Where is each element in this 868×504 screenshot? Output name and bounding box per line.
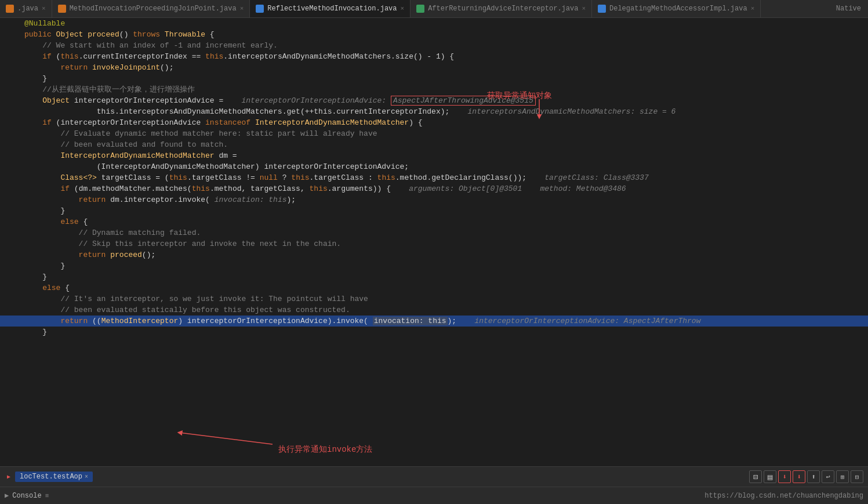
code-line: //从拦截器链中获取一个对象，进行增强操作 [0,84,868,95]
status-bar: ▶ Console ≡ https://blog.csdn.net/chuanc… [0,487,868,504]
rerun-button[interactable]: ↩ [822,470,834,483]
step-into-button[interactable]: ⬇ [793,470,805,483]
code-line: return invokeJoinpoint(); [0,62,868,73]
step-over-button[interactable]: ⬇ [778,470,791,483]
code-line: this.interceptorsAndDynamicMethodMatcher… [0,106,868,117]
step-into-icon: ⬇ [797,473,801,481]
debug-value-box: AspectJAfterThrowingAdvice@3515 [391,96,536,106]
rerun-icon: ↩ [826,473,830,481]
settings-button[interactable]: ⊟ [851,470,863,483]
status-icon: ▶ [5,491,9,500]
debug-bar: ▶ locTest.testAop × ⊟ ▤ ⬇ ⬇ ⬆ ↩ ⊞ [0,466,868,487]
debug-session-tab[interactable]: locTest.testAop × [15,472,93,482]
step-out-icon: ⬆ [811,473,815,481]
close-icon[interactable]: × [401,5,405,12]
show-console-icon: ▤ [768,472,772,482]
close-icon[interactable]: × [240,5,244,12]
tab-after-returning[interactable]: AfterReturningAdviceInterceptor.java × [411,0,592,17]
tab-java[interactable]: .java × [0,0,52,17]
status-left: ▶ Console ≡ [5,491,49,500]
code-line: // been evaluated statically before this… [0,304,868,316]
code-line: @Nullable [0,18,868,29]
code-line: // It's an interceptor, so we just invok… [0,293,868,304]
close-icon[interactable]: × [42,5,46,12]
code-line: public Object proceed() throws Throwable… [0,29,868,40]
code-lines: @Nullable public Object proceed() throws… [0,18,868,338]
java-file-icon [598,5,606,13]
debug-session-label: locTest.testAop [20,473,82,481]
code-line: } [0,327,868,338]
code-line: // We start with an index of -1 and incr… [0,40,868,51]
tab-label: MethodInvocationProceedingJoinPoint.java [70,5,237,13]
table-icon: ⊞ [841,473,845,481]
console-options-icon[interactable]: ≡ [45,492,49,499]
code-line: } [0,260,868,271]
code-line: return dm.interceptor.invoke( invocation… [0,194,868,205]
java-file-icon [416,5,424,13]
java-file-icon [256,5,264,13]
code-line-highlighted: return ((MethodInterceptor) interceptorO… [0,316,868,327]
breakpoint-indicator: ▶ [7,473,10,480]
debug-controls: ⊟ ▤ ⬇ ⬇ ⬆ ↩ ⊞ ⊟ [749,470,863,483]
gutter-area: ▶ [5,467,13,487]
close-icon[interactable]: × [751,5,755,12]
tab-native[interactable]: Native [829,0,868,17]
settings-icon: ⊟ [855,473,859,481]
tab-label: .java [17,5,38,13]
annotation-label-2: 执行异常通知invoke方法 [278,444,372,455]
code-line: if (this.currentInterceptorIndex == this… [0,51,868,62]
close-icon[interactable]: × [582,5,586,12]
code-line: Object interceptorOrInterceptionAdvice =… [0,95,868,106]
console-label: Console [12,492,41,500]
code-line: InterceptorAndDynamicMethodMatcher dm = [0,150,868,161]
annotation-arrow-2 [174,427,278,456]
code-line: Class<?> targetClass = (this.targetClass… [0,172,868,183]
code-line: else { [0,282,868,293]
code-line: (InterceptorAndDynamicMethodMatcher) int… [0,161,868,172]
tab-reflective[interactable]: ReflectiveMethodInvocation.java × [250,0,411,17]
tab-method-invocation[interactable]: MethodInvocationProceedingJoinPoint.java… [52,0,250,17]
tab-label: DelegatingMethodAccessorImpl.java [609,5,747,13]
console-icon: ⊟ [753,472,758,482]
close-session-icon[interactable]: × [85,474,88,480]
code-line: } [0,73,868,84]
code-line: if (interceptorOrInterceptionAdvice inst… [0,117,868,128]
code-line: } [0,205,868,216]
status-url: https://blog.csdn.net/chuanchengdabing [704,492,863,500]
tab-delegating[interactable]: DelegatingMethodAccessorImpl.java × [592,0,761,17]
tab-bar: .java × MethodInvocationProceedingJoinPo… [0,0,868,18]
code-content[interactable]: @Nullable public Object proceed() throws… [0,18,868,466]
code-line: // Evaluate dynamic method matcher here:… [0,128,868,139]
code-line: else { [0,216,868,227]
java-file-icon [6,5,14,13]
code-line: // Dynamic matching failed. [0,227,868,238]
tab-label: ReflectiveMethodInvocation.java [267,5,397,13]
java-file-icon [58,5,66,13]
step-over-icon: ⬇ [782,473,786,481]
code-line: return proceed(); [0,249,868,260]
code-line: if (dm.methodMatcher.matches(this.method… [0,183,868,194]
code-line: } [0,271,868,282]
svg-line-1 [180,433,273,444]
code-editor: @Nullable public Object proceed() throws… [0,18,868,466]
code-line: // Skip this interceptor and invoke the … [0,238,868,249]
console-button[interactable]: ⊟ [749,470,762,483]
show-console-button[interactable]: ▤ [764,470,776,483]
tab-label: AfterReturningAdviceInterceptor.java [428,5,578,13]
code-line: // been evaluated and found to match. [0,139,868,150]
invocation-highlight: invocation: this [373,317,448,325]
table-view-button[interactable]: ⊞ [836,470,849,483]
step-out-button[interactable]: ⬆ [807,470,820,483]
